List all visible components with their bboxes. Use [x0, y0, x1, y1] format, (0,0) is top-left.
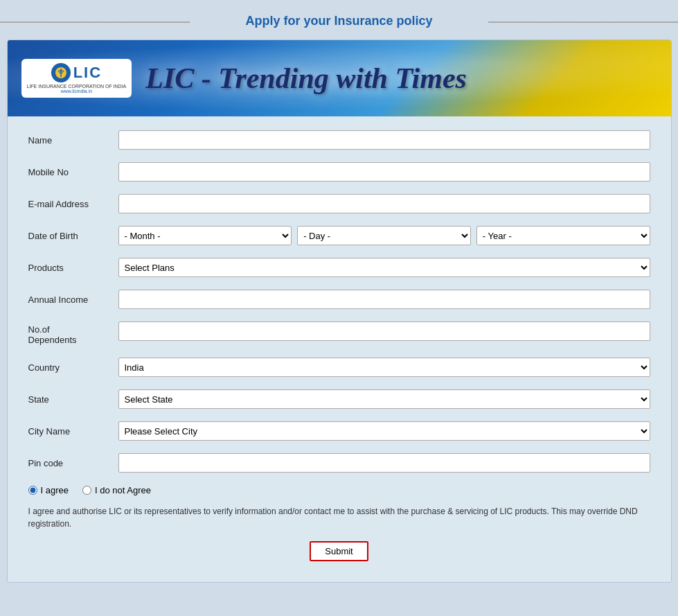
- city-label: City Name: [28, 426, 118, 437]
- mobile-label: Mobile No: [28, 167, 118, 177]
- country-label: Country: [28, 362, 118, 373]
- state-label: State: [28, 394, 118, 405]
- annual-income-label: Annual Income: [28, 294, 118, 305]
- disagree-text: I do not Agree: [95, 485, 151, 495]
- lic-url: www.licindia.in: [61, 89, 93, 94]
- banner-tagline: LIC - Trending with Times: [145, 62, 467, 95]
- nodependents-row: No.ofDependents: [28, 322, 650, 345]
- dob-selects: - Month - JanuaryFebruaryMarch AprilMayJ…: [118, 226, 650, 245]
- city-select[interactable]: Please Select City Mumbai Delhi Bangalor…: [118, 421, 650, 441]
- state-select[interactable]: Select State Andhra Pradesh Delhi Gujara…: [118, 389, 650, 409]
- banner: LIC LIFE INSURANCE CORPORATION OF INDIA …: [8, 40, 671, 116]
- consent-text: I agree and authorise LIC or its represe…: [28, 505, 650, 530]
- city-row: City Name Please Select City Mumbai Delh…: [28, 421, 650, 441]
- dob-year-select[interactable]: - Year - 200520042003 200019951990 19851…: [476, 226, 650, 245]
- nodependents-label: No.ofDependents: [28, 322, 118, 345]
- lic-brand-text: LIC: [73, 64, 102, 82]
- pincode-row: Pin code: [28, 453, 650, 473]
- email-input[interactable]: [118, 194, 650, 213]
- email-row: E-mail Address: [28, 194, 650, 213]
- state-row: State Select State Andhra Pradesh Delhi …: [28, 389, 650, 409]
- products-row: Products Select Plans Term Plan Endowmen…: [28, 258, 650, 277]
- dob-month-select[interactable]: - Month - JanuaryFebruaryMarch AprilMayJ…: [118, 226, 292, 245]
- dob-label: Date of Birth: [28, 231, 118, 241]
- country-select[interactable]: India USAUKCanada AustraliaOther: [118, 358, 650, 377]
- annual-income-row: Annual Income: [28, 290, 650, 309]
- annual-income-input[interactable]: [118, 290, 650, 309]
- country-row: Country India USAUKCanada AustraliaOther: [28, 358, 650, 377]
- agree-text: I agree: [41, 485, 69, 495]
- agree-radio-label[interactable]: I agree: [28, 485, 69, 495]
- nodependents-input[interactable]: [118, 322, 650, 341]
- dob-day-select[interactable]: - Day - 1234 5678 9101112 13141516 17181…: [297, 226, 471, 245]
- pincode-label: Pin code: [28, 458, 118, 468]
- name-label: Name: [28, 135, 118, 146]
- form-card: LIC LIFE INSURANCE CORPORATION OF INDIA …: [7, 39, 672, 583]
- lic-logo: LIC LIFE INSURANCE CORPORATION OF INDIA …: [21, 59, 132, 98]
- form-body: Name Mobile No E-mail Address Date of Bi…: [8, 116, 671, 582]
- mobile-input[interactable]: [118, 162, 650, 182]
- agree-row: I agree I do not Agree: [28, 485, 650, 495]
- disagree-radio-label[interactable]: I do not Agree: [82, 485, 151, 495]
- agree-radio[interactable]: [28, 486, 37, 495]
- page-title: Apply for your Insurance policy: [0, 14, 678, 28]
- disagree-radio[interactable]: [82, 486, 91, 495]
- products-select[interactable]: Select Plans Term Plan Endowment Plan Mo…: [118, 258, 650, 277]
- submit-button[interactable]: Submit: [310, 541, 368, 561]
- name-row: Name: [28, 130, 650, 150]
- lic-subtitle: LIFE INSURANCE CORPORATION OF INDIA: [27, 84, 127, 89]
- dob-row: Date of Birth - Month - JanuaryFebruaryM…: [28, 226, 650, 245]
- name-input[interactable]: [118, 130, 650, 150]
- products-label: Products: [28, 263, 118, 273]
- pincode-input[interactable]: [118, 453, 650, 473]
- lic-emblem-icon: [51, 63, 71, 82]
- email-label: E-mail Address: [28, 199, 118, 209]
- mobile-row: Mobile No: [28, 162, 650, 182]
